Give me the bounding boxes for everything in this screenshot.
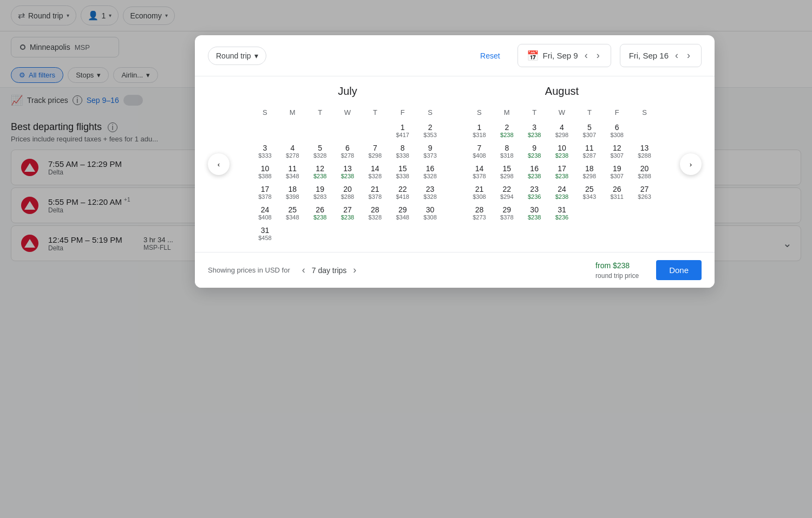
calendar-cell[interactable]: 7$298	[361, 141, 389, 161]
calendar-cell[interactable]: 5$307	[575, 121, 603, 140]
cal-done-button[interactable]: Done	[656, 260, 702, 280]
aug-dow-w1: W	[548, 106, 576, 119]
calendar-cell[interactable]: 27$263	[631, 183, 658, 202]
calendar-cell	[306, 224, 334, 243]
calendar-cell[interactable]: 12$238	[306, 162, 334, 182]
cal-return-nav: Fri, Sep 16 ‹ ›	[620, 44, 702, 67]
cal-price-label: round trip price	[595, 272, 639, 280]
august-calendar: August S M T W T F S 1$3182$2383$2384$29…	[466, 85, 658, 243]
calendar-cell[interactable]: 15$338	[389, 162, 416, 182]
aug-dow-s1: S	[466, 106, 493, 119]
cal-showing-text: Showing prices in USD for	[208, 266, 290, 274]
calendar-cell[interactable]: 14$378	[466, 162, 493, 182]
calendar-cell[interactable]: 1$318	[466, 121, 493, 140]
calendar-cell[interactable]: 24$408	[251, 203, 279, 223]
calendar-cell[interactable]: 17$238	[548, 162, 576, 182]
calendar-cell[interactable]: 27$238	[334, 203, 362, 223]
calendar-cell	[306, 121, 334, 140]
cal-trips-next[interactable]: ›	[350, 263, 359, 277]
calendar-cell[interactable]: 21$378	[361, 183, 389, 202]
calendar-cell[interactable]: 31$236	[548, 203, 576, 223]
cal-depart-prev[interactable]: ‹	[582, 49, 590, 62]
dow-t2: T	[361, 106, 389, 119]
august-title: August	[466, 85, 658, 98]
cal-return-next[interactable]: ›	[685, 49, 692, 62]
cal-next-month-button[interactable]: ›	[680, 153, 702, 175]
calendar-cell[interactable]: 11$287	[575, 141, 603, 161]
calendar-cell[interactable]: 24$238	[548, 183, 576, 202]
calendar-cell[interactable]: 3$238	[521, 121, 548, 140]
calendar-cell[interactable]: 29$378	[493, 203, 521, 223]
cal-depart-next[interactable]: ›	[594, 49, 602, 62]
cal-depart-nav: 📅 Fri, Sep 9 ‹ ›	[518, 44, 611, 67]
aug-dow-s2: S	[631, 106, 658, 119]
calendar-cell[interactable]: 4$298	[548, 121, 576, 140]
calendar-cell[interactable]: 31$458	[251, 224, 279, 243]
calendar-cell[interactable]: 17$378	[251, 183, 279, 202]
calendar-cell[interactable]: 20$288	[631, 162, 658, 182]
july-calendar: July S M T W T F S 1$4172$3533$3334$2785…	[251, 85, 444, 243]
calendar-cell[interactable]: 19$307	[603, 162, 631, 182]
calendar-cell[interactable]: 19$283	[306, 183, 334, 202]
calendar-cell[interactable]: 25$343	[575, 183, 603, 202]
aug-dow-t1: T	[521, 106, 548, 119]
cal-prev-month-button[interactable]: ‹	[208, 153, 230, 175]
calendar-cell[interactable]: 11$348	[279, 162, 306, 182]
calendar-cell[interactable]: 9$373	[416, 141, 444, 161]
calendar-cell	[416, 224, 444, 243]
calendar-cell[interactable]: 2$238	[493, 121, 521, 140]
july-grid: 1$4172$3533$3334$2785$3286$2787$2988$338…	[251, 121, 444, 243]
calendar-footer: Showing prices in USD for ‹ 7 day trips …	[195, 252, 715, 288]
cal-return-label: Fri, Sep 16	[629, 51, 669, 60]
calendar-cell	[361, 121, 389, 140]
calendar-cell[interactable]: 4$278	[279, 141, 306, 161]
calendar-cell[interactable]: 12$307	[603, 141, 631, 161]
cal-trip-arrow: ▾	[254, 51, 258, 60]
calendar-cell[interactable]: 23$236	[521, 183, 548, 202]
calendar-cell	[575, 203, 603, 223]
calendar-cell[interactable]: 9$238	[521, 141, 548, 161]
calendar-cell	[279, 121, 306, 140]
cal-footer-nav: ‹ 7 day trips ›	[299, 263, 360, 277]
calendar-cell[interactable]: 28$273	[466, 203, 493, 223]
calendar-cell[interactable]: 6$278	[334, 141, 362, 161]
calendar-cell[interactable]: 30$238	[521, 203, 548, 223]
calendar-cell[interactable]: 7$408	[466, 141, 493, 161]
calendar-cell[interactable]: 10$238	[548, 141, 576, 161]
calendar-cell[interactable]: 14$328	[361, 162, 389, 182]
calendar-cell[interactable]: 5$328	[306, 141, 334, 161]
calendar-cell[interactable]: 10$388	[251, 162, 279, 182]
aug-dow-m1: M	[493, 106, 521, 119]
cal-reset-button[interactable]: Reset	[480, 51, 500, 60]
calendar-cell	[603, 203, 631, 223]
dow-f1: F	[389, 106, 416, 119]
cal-trips-prev[interactable]: ‹	[299, 263, 309, 277]
calendar-cell[interactable]: 18$398	[279, 183, 306, 202]
cal-return-prev[interactable]: ‹	[673, 49, 680, 62]
calendar-cell[interactable]: 16$328	[416, 162, 444, 182]
calendar-cell[interactable]: 21$308	[466, 183, 493, 202]
calendar-cell[interactable]: 6$308	[603, 121, 631, 140]
calendar-cell[interactable]: 15$298	[493, 162, 521, 182]
calendar-cell[interactable]: 8$318	[493, 141, 521, 161]
calendar-cell[interactable]: 26$311	[603, 183, 631, 202]
calendar-cell[interactable]: 28$328	[361, 203, 389, 223]
cal-trip-type-button[interactable]: Round trip ▾	[208, 47, 266, 65]
calendar-cell[interactable]: 30$308	[416, 203, 444, 223]
calendar-cell[interactable]: 16$238	[521, 162, 548, 182]
calendar-cell[interactable]: 22$294	[493, 183, 521, 202]
calendar-cell[interactable]: 23$328	[416, 183, 444, 202]
calendar-cell[interactable]: 2$353	[416, 121, 444, 140]
calendar-cell[interactable]: 26$238	[306, 203, 334, 223]
calendar-cell[interactable]: 3$333	[251, 141, 279, 161]
calendar-cell[interactable]: 22$418	[389, 183, 416, 202]
calendar-cell[interactable]: 29$348	[389, 203, 416, 223]
calendar-cell[interactable]: 8$338	[389, 141, 416, 161]
calendar-cell[interactable]: 20$288	[334, 183, 362, 202]
calendar-cell[interactable]: 13$288	[631, 141, 658, 161]
august-grid: 1$3182$2383$2384$2985$3076$3087$4088$318…	[466, 121, 658, 223]
calendar-cell[interactable]: 18$298	[575, 162, 603, 182]
calendar-cell[interactable]: 25$348	[279, 203, 306, 223]
calendar-cell[interactable]: 1$417	[389, 121, 416, 140]
calendar-cell[interactable]: 13$238	[334, 162, 362, 182]
